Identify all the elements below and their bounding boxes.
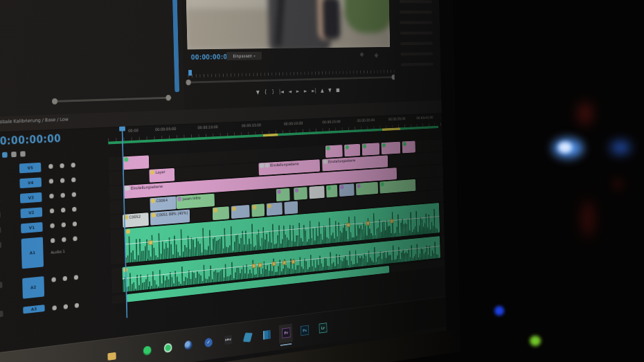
track-toggle-icon[interactable]	[51, 238, 55, 243]
settings-icon[interactable]	[375, 53, 379, 57]
track-toggle-icon[interactable]	[60, 193, 64, 198]
track-toggle-icon[interactable]	[61, 208, 65, 212]
taskbar-icon-photoshop[interactable]: Ps	[301, 325, 309, 336]
track-toggle-icon[interactable]	[73, 236, 77, 241]
timeline-clip[interactable]: Jason Intro	[177, 194, 215, 209]
taskbar-icon-epic-games[interactable]: EPIC	[224, 335, 232, 345]
track-toggle-icon[interactable]	[63, 276, 67, 281]
taskbar-icon-lightroom[interactable]: Lr	[319, 323, 328, 333]
timeline-clip[interactable]	[294, 187, 307, 200]
track-toggle-icon[interactable]	[60, 163, 64, 168]
volume-keyframe[interactable]	[149, 240, 153, 245]
source-patch-V2[interactable]: V2	[20, 207, 42, 218]
timeline-clip[interactable]	[231, 205, 250, 219]
source-patch-V4[interactable]: V4	[19, 177, 42, 188]
track-toggle-icon[interactable]	[49, 179, 54, 183]
taskbar-icon-file-explorer[interactable]	[107, 352, 116, 361]
wrench-icon[interactable]	[360, 52, 364, 57]
track-toggle-icon[interactable]	[71, 177, 75, 182]
track-toggle-icon[interactable]	[73, 221, 77, 226]
program-scroll-handle[interactable]	[186, 80, 191, 86]
sequence-tab[interactable]: Globale Kalibrierung / Base / Low	[0, 117, 69, 125]
timeline-clip[interactable]: C0051 88% [45%]	[150, 210, 190, 226]
timeline-clip[interactable]	[284, 201, 298, 214]
track-toggle-icon[interactable]	[48, 164, 53, 169]
fit-dropdown[interactable]: Einpassen▾	[226, 52, 262, 61]
track-toggle-icon[interactable]	[74, 275, 78, 280]
volume-keyframe[interactable]	[292, 260, 295, 264]
timeline-clip[interactable]	[379, 179, 415, 194]
zoom-slider[interactable]	[55, 97, 172, 102]
zoom-slider-handle[interactable]	[166, 95, 171, 101]
timeline-clip[interactable]	[362, 143, 379, 156]
timeline-clip[interactable]	[382, 142, 401, 155]
source-patch-A2[interactable]: A2	[22, 276, 44, 299]
track-toggle-icon[interactable]	[50, 208, 55, 213]
track-toggle-icon[interactable]	[64, 304, 68, 309]
source-patch-A3[interactable]: A3	[23, 305, 44, 314]
timeline-clip[interactable]	[356, 182, 378, 195]
panel-scrollbar[interactable]	[172, 0, 179, 92]
track-toggle-icon[interactable]	[72, 207, 76, 212]
program-mini-timeline[interactable]	[188, 66, 394, 78]
timeline-clip[interactable]	[213, 206, 229, 220]
go-to-out-button[interactable]: ►|	[312, 88, 316, 93]
lift-button[interactable]: ▲	[321, 87, 324, 93]
taskbar-icon-game-launcher[interactable]	[243, 333, 253, 342]
volume-keyframe[interactable]	[258, 263, 262, 268]
timeline-clip[interactable]	[339, 183, 355, 197]
play-button[interactable]: ►	[296, 88, 300, 93]
track-toggle-icon[interactable]	[49, 194, 54, 199]
timeline-clip[interactable]: C0064	[150, 197, 177, 211]
timeline-clip[interactable]	[326, 185, 337, 198]
track-lock-icon[interactable]	[0, 227, 1, 234]
source-patch-A1[interactable]: A1	[21, 237, 44, 269]
step-forward-button[interactable]: ►	[304, 88, 307, 93]
volume-keyframe[interactable]	[283, 260, 286, 265]
volume-keyframe[interactable]	[366, 221, 370, 225]
program-playhead[interactable]	[188, 70, 192, 75]
timeline-clip[interactable]	[309, 185, 324, 199]
taskbar-icon-whatsapp[interactable]	[164, 343, 172, 353]
track-lock-icon[interactable]	[0, 311, 3, 318]
go-to-in-button[interactable]: |◄	[279, 89, 284, 94]
timeline-clip[interactable]	[325, 145, 343, 158]
track-lock-icon[interactable]	[0, 212, 1, 219]
timeline-clip[interactable]	[123, 155, 150, 170]
track-toggle-icon[interactable]	[52, 305, 57, 311]
step-back-button[interactable]: ◄	[288, 89, 292, 94]
track-toggle-icon[interactable]	[75, 303, 79, 308]
timeline-clip[interactable]: C0052	[123, 212, 149, 228]
timeline-clip[interactable]	[344, 144, 360, 157]
volume-keyframe[interactable]	[252, 264, 256, 269]
source-patch-V5[interactable]: V5	[19, 163, 42, 174]
mark-out-button[interactable]: }	[271, 89, 274, 94]
track-toggle-icon[interactable]	[62, 222, 66, 227]
track-lock-icon[interactable]	[0, 242, 1, 248]
timeline-clip[interactable]: Layer	[149, 168, 175, 183]
extract-button[interactable]: ▼	[328, 87, 332, 93]
timeline-clip[interactable]	[276, 188, 290, 201]
mark-in-button[interactable]: {	[265, 89, 267, 95]
timeline-clip[interactable]	[251, 203, 265, 217]
timeline-clip[interactable]	[267, 202, 283, 216]
source-patch-V1[interactable]: V1	[21, 222, 43, 233]
volume-keyframe[interactable]	[272, 262, 276, 266]
volume-keyframe[interactable]	[390, 219, 393, 223]
track-toggle-icon[interactable]	[60, 178, 64, 183]
track-lock-icon[interactable]	[0, 282, 2, 289]
taskbar-icon-premiere-pro[interactable]: Pr	[282, 327, 290, 338]
volume-keyframe[interactable]	[346, 223, 350, 227]
track-toggle-icon[interactable]	[50, 223, 55, 228]
taskbar-icon-spotify[interactable]	[143, 345, 152, 356]
zoom-slider-handle[interactable]	[52, 98, 57, 105]
source-patch-V3[interactable]: V3	[20, 192, 42, 203]
add-marker-button[interactable]: ▼	[256, 89, 260, 95]
taskbar-icon-edge[interactable]	[184, 341, 193, 350]
track-toggle-icon[interactable]	[51, 277, 56, 282]
track-toggle-icon[interactable]	[71, 163, 75, 168]
program-timecode[interactable]: 00:00:00:00	[191, 53, 232, 61]
timeline-clip[interactable]	[402, 141, 415, 153]
taskbar-icon-movies-app[interactable]	[263, 330, 271, 340]
export-frame-button[interactable]: ■	[336, 87, 340, 93]
